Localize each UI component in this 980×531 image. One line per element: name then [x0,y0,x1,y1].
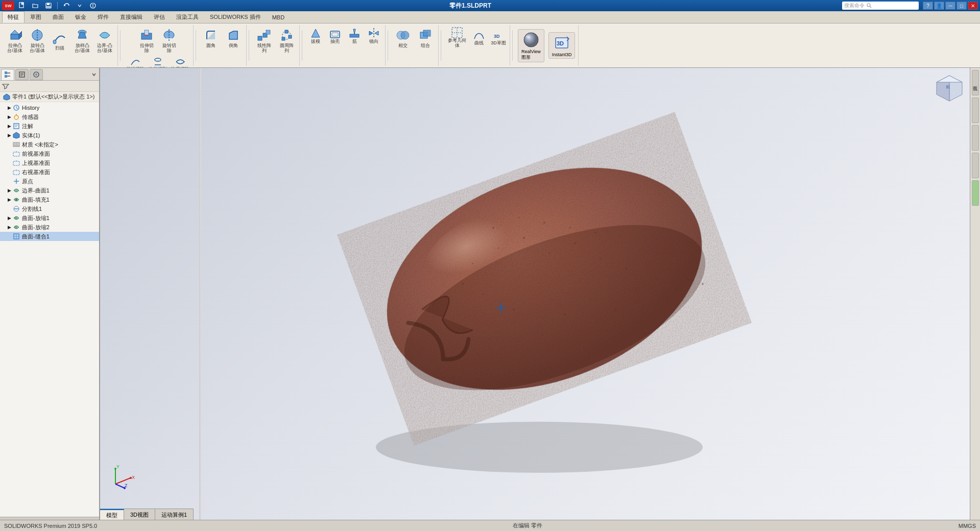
tab-motion1[interactable]: 运动算例1 [155,509,194,520]
chamfer-label: 倒角 [229,43,238,49]
minimize-btn[interactable]: ─ [945,2,955,10]
tree-item-boundary1[interactable]: ▶ 边界-曲面1 [0,186,99,195]
tree-item-scale1[interactable]: ▶ S 曲面-放缩1 [0,213,99,223]
svg-rect-1 [21,3,23,5]
tree-item-scale2[interactable]: ▶ S 曲面-放缩2 [0,223,99,232]
draft-btn[interactable]: 拔模 [306,26,325,45]
tab-render[interactable]: 渲染工具 [171,11,204,23]
expand-solid[interactable]: ▶ [6,132,12,138]
tree-item-history[interactable]: ▶ History [0,103,99,112]
property-tab[interactable] [15,69,29,80]
view-cube[interactable]: 前 [934,73,965,104]
tab-sketch[interactable]: 草图 [25,11,47,23]
tab-weldment[interactable]: 焊件 [92,11,114,23]
config-tab[interactable] [30,69,43,80]
mirror-btn[interactable]: 镜向 [365,26,383,45]
tree-item-split1[interactable]: ▶ 分割线1 [0,204,99,213]
ref-geometry-btn[interactable]: 参考几何体 [445,26,469,50]
ribbon-tabs[interactable]: 特征 草图 曲面 钣金 焊件 直接编辑 评估 渲染工具 SOLIDWORKS 插… [0,11,980,23]
close-btn[interactable]: ✕ [968,2,978,10]
expand-history[interactable]: ▶ [6,105,12,111]
rib-btn[interactable]: 筋 [345,26,364,45]
instant-3d-icon: 3D [493,30,504,41]
expand-scale2[interactable]: ▶ [6,224,12,230]
curves-btn[interactable]: 曲线 [470,29,488,47]
open-btn[interactable] [30,0,41,11]
svg-line-139 [115,478,131,484]
loft-boss-btn[interactable]: 放样凸台/基体 [71,26,93,55]
sweep-cut-btn[interactable]: 扫描切除 [125,56,146,68]
circular-pattern-btn[interactable]: 圆周阵列 [276,26,297,55]
tab-plugins[interactable]: SOLIDWORKS 插件 [204,11,267,23]
expand-annotations[interactable]: ▶ [6,123,12,129]
panel-more-btn[interactable] [90,69,98,80]
tree-item-material[interactable]: ▶ 材质 <未指定> [0,140,99,149]
panel-right-btn2[interactable] [972,98,979,123]
viewport[interactable]: X Y Z 前 视图 [100,68,980,520]
panel-right-btn5[interactable] [972,180,979,206]
tab-surface[interactable]: 曲面 [47,11,69,23]
tree-item-knit1[interactable]: ▶ 曲面-缝合1 [0,232,99,241]
maximize-btn[interactable]: □ [957,2,967,10]
realview-btn[interactable]: RealView图形 [518,29,544,62]
sweep-boss-btn[interactable]: 扫描 [49,29,70,52]
tree-item-solid[interactable]: ▶ 实体(1) [0,131,99,140]
boundary-boss-btn[interactable]: 边界-凸台/基体 [94,26,115,55]
bottom-tabs[interactable]: 模型 3D视图 运动算例1 [100,509,194,520]
tab-model[interactable]: 模型 [100,509,124,520]
shell-btn[interactable]: 抽壳 [326,26,344,45]
tree-item-front-plane[interactable]: ▶ 前视基准面 [0,149,99,158]
svg-point-129 [569,227,570,228]
chamfer-btn[interactable]: 倒角 [223,26,244,50]
options-btn[interactable] [87,0,99,11]
tab-3dview[interactable]: 3D视图 [124,509,155,520]
undo-btn[interactable] [61,0,72,11]
help-btn[interactable]: ? [923,2,933,10]
tab-directedit[interactable]: 直接编辑 [114,11,148,23]
feature-tree-tab[interactable] [1,69,14,80]
svg-point-133 [676,288,678,289]
expand-sensors[interactable]: ▶ [6,114,12,120]
expand-fill1[interactable]: ▶ [6,197,12,203]
tree-item-sensors[interactable]: ▶ 传感器 [0,112,99,122]
revolve-boss-btn[interactable]: 旋转凸台/基体 [27,26,48,55]
save-btn[interactable] [43,0,54,11]
extrude-boss-btn[interactable]: 拉伸凸台/基体 [4,26,26,55]
loft-cut-btn[interactable]: 放样切割 [147,56,169,68]
boundary-cut-btn[interactable]: 边界切除 [170,56,191,68]
tree-item-fill1[interactable]: ▶ 曲面-填充1 [0,195,99,204]
tree-item-annotations[interactable]: ▶ 注解 [0,122,99,131]
undo-dropdown[interactable] [74,0,85,11]
instant3d-btn[interactable]: 3D Instant3D [548,32,576,59]
panel-right-btn4[interactable] [972,153,979,178]
panel-right-btn3[interactable] [972,125,979,151]
tree-item-origin[interactable]: ▶ 原点 [0,177,99,186]
extrude-cut-btn[interactable]: 拉伸切除 [136,26,157,55]
expand-scale1[interactable]: ▶ [6,215,12,221]
user-btn[interactable]: 👤 [934,2,944,10]
intersect-btn[interactable]: 相交 [392,26,414,50]
panel-right-btn1[interactable]: 视图 [972,70,979,95]
svg-rect-100 [13,171,19,175]
tree-item-top-plane[interactable]: ▶ 上视基准面 [0,158,99,167]
svg-text:3D: 3D [557,40,564,46]
tab-evaluate[interactable]: 评估 [148,11,171,23]
svg-rect-27 [289,35,292,38]
new-btn[interactable] [16,0,28,11]
titlebar-left: SW [2,0,99,11]
fillet-btn[interactable]: 圆角 [200,26,222,50]
top-plane-icon [12,159,20,167]
panel-tabs[interactable] [0,68,99,81]
titlebar-right[interactable]: 搜索命令 ? 👤 ─ □ ✕ [842,2,978,10]
tab-mbd[interactable]: MBD [267,12,290,22]
revolve-cut-btn[interactable]: 旋转切除 [158,26,180,55]
linear-pattern-btn[interactable]: 线性阵列 [253,26,275,55]
svg-point-122 [513,308,515,310]
svg-point-136 [702,283,704,285]
tree-item-right-plane[interactable]: ▶ 右视基准面 [0,167,99,177]
tab-sheetmetal[interactable]: 钣金 [69,11,92,23]
combine-btn[interactable]: 组合 [415,26,436,50]
tab-features[interactable]: 特征 [2,11,25,23]
expand-boundary1[interactable]: ▶ [6,187,12,194]
instant-3d-btn[interactable]: 3D 3D草图 [489,29,508,47]
